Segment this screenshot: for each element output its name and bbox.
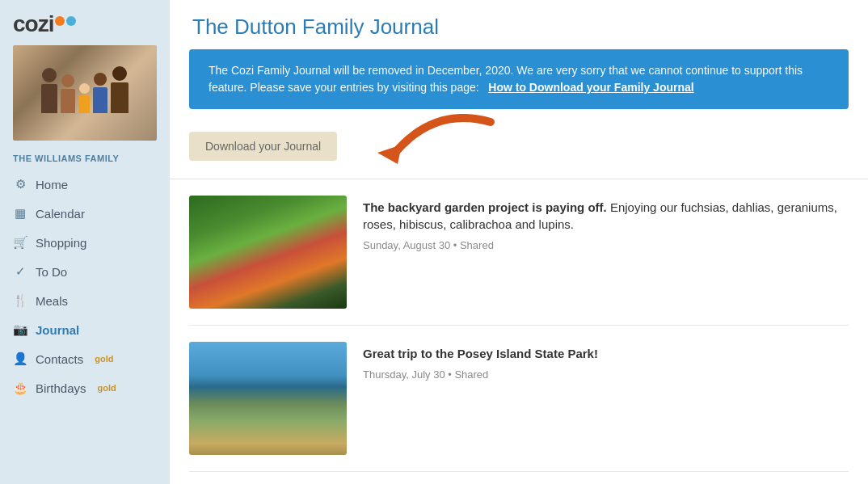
journal-entry-1: The backyard garden project is paying of… bbox=[189, 179, 849, 326]
logo-text: cozi bbox=[13, 11, 76, 37]
page-header: The Dutton Family Journal bbox=[170, 0, 868, 49]
entry-title-bold-2: Great trip to the Posey Island State Par… bbox=[363, 347, 598, 360]
svg-marker-0 bbox=[377, 145, 402, 164]
entry-meta-2: Thursday, July 30 • Shared bbox=[363, 368, 849, 381]
sidebar-item-label: Birthdays bbox=[36, 381, 86, 395]
sidebar-item-label: Home bbox=[36, 178, 68, 191]
family-photo-inner bbox=[13, 45, 157, 141]
sidebar: cozi bbox=[0, 0, 170, 484]
meals-icon: 🍴 bbox=[13, 293, 27, 308]
main-content: The Dutton Family Journal The Cozi Famil… bbox=[170, 0, 868, 484]
body bbox=[41, 84, 57, 113]
entry-content-1: The backyard garden project is paying of… bbox=[363, 196, 849, 251]
sidebar-item-label: Meals bbox=[36, 294, 68, 308]
entry-title-1: The backyard garden project is paying of… bbox=[363, 199, 849, 233]
person bbox=[41, 68, 57, 113]
head bbox=[79, 83, 90, 94]
todo-icon: ✓ bbox=[13, 264, 27, 279]
sidebar-item-birthdays[interactable]: 🎂 Birthdays gold bbox=[0, 373, 170, 402]
sidebar-item-label: To Do bbox=[36, 265, 67, 279]
head bbox=[61, 74, 74, 87]
birthdays-gold-badge: gold bbox=[98, 383, 116, 393]
body bbox=[111, 82, 129, 113]
journal-entries: The backyard garden project is paying of… bbox=[170, 179, 868, 472]
body bbox=[61, 89, 75, 113]
family-silhouette bbox=[41, 66, 129, 120]
download-journal-button[interactable]: Download your Journal bbox=[189, 132, 337, 161]
sidebar-item-label: Journal bbox=[36, 323, 79, 337]
person bbox=[78, 83, 90, 113]
head bbox=[42, 68, 57, 82]
entry-content-2: Great trip to the Posey Island State Par… bbox=[363, 342, 849, 381]
journal-icon: 📷 bbox=[13, 322, 27, 337]
logo-icon bbox=[55, 16, 76, 26]
sidebar-item-calendar[interactable]: ▦ Calendar bbox=[0, 199, 170, 228]
birthdays-icon: 🎂 bbox=[13, 381, 27, 395]
body bbox=[93, 87, 107, 113]
sidebar-item-meals[interactable]: 🍴 Meals bbox=[0, 286, 170, 315]
entry-meta-1: Sunday, August 30 • Shared bbox=[363, 239, 849, 251]
sidebar-item-home[interactable]: ⚙ Home bbox=[0, 170, 170, 199]
person bbox=[111, 66, 129, 113]
person bbox=[93, 73, 107, 113]
contacts-icon: 👤 bbox=[13, 351, 27, 366]
sidebar-item-shopping[interactable]: 🛒 Shopping bbox=[0, 228, 170, 257]
calendar-icon: ▦ bbox=[13, 206, 27, 221]
entry-title-bold-1: The backyard garden project is paying of… bbox=[363, 200, 607, 214]
home-icon: ⚙ bbox=[13, 177, 27, 191]
alert-link[interactable]: How to Download your Family Journal bbox=[488, 81, 693, 94]
logo-circle-blue bbox=[66, 16, 76, 26]
head bbox=[94, 73, 107, 86]
arrow-graphic bbox=[361, 114, 507, 170]
sidebar-item-contacts[interactable]: 👤 Contacts gold bbox=[0, 344, 170, 373]
entry-thumbnail-1 bbox=[189, 196, 347, 309]
sidebar-item-label: Shopping bbox=[36, 236, 86, 250]
head bbox=[112, 66, 127, 81]
download-btn-area: Download your Journal bbox=[170, 109, 868, 179]
logo-area: cozi bbox=[0, 0, 170, 45]
contacts-gold-badge: gold bbox=[95, 354, 113, 364]
family-name: THE WILLIAMS FAMILY bbox=[0, 149, 170, 170]
park-image bbox=[189, 342, 347, 455]
family-photo bbox=[13, 45, 157, 141]
body bbox=[78, 95, 90, 113]
journal-entry-2: Great trip to the Posey Island State Par… bbox=[189, 326, 849, 472]
page-title: The Dutton Family Journal bbox=[192, 15, 845, 40]
sidebar-item-todo[interactable]: ✓ To Do bbox=[0, 257, 170, 286]
entry-thumbnail-2 bbox=[189, 342, 347, 455]
garden-image bbox=[189, 196, 347, 309]
shopping-icon: 🛒 bbox=[13, 235, 27, 250]
entry-title-2: Great trip to the Posey Island State Par… bbox=[363, 345, 849, 362]
sidebar-item-label: Calendar bbox=[36, 207, 85, 221]
sidebar-item-label: Contacts bbox=[36, 352, 83, 366]
logo-circle-orange bbox=[55, 16, 65, 26]
sidebar-nav: ⚙ Home ▦ Calendar 🛒 Shopping ✓ To Do 🍴 M… bbox=[0, 170, 170, 402]
person bbox=[61, 74, 75, 113]
arrow-svg bbox=[361, 114, 507, 179]
sidebar-item-journal[interactable]: 📷 Journal bbox=[0, 315, 170, 344]
alert-banner: The Cozi Family Journal will be removed … bbox=[189, 49, 849, 109]
